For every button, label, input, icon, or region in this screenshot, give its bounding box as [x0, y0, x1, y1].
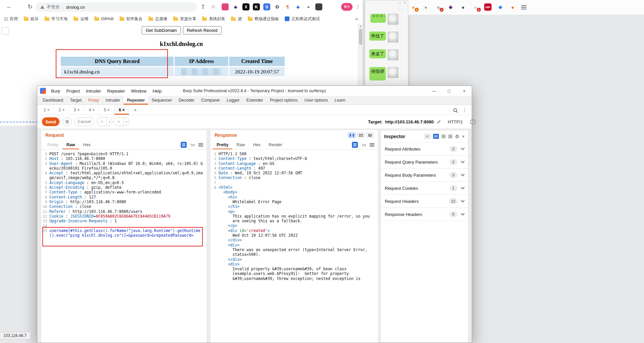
chat-minimize-icon[interactable]: ─	[399, 1, 401, 4]
repeater-tab-3[interactable]: 3 ×	[69, 105, 84, 115]
collapse-all-icon[interactable]	[448, 135, 452, 138]
pretty-print-icon[interactable]	[181, 142, 187, 148]
response-pretty-tab[interactable]: Pretty	[213, 140, 232, 149]
extension-icon-dark-round[interactable]: ●	[459, 3, 467, 11]
profile-avatar[interactable]: 黄月	[341, 3, 353, 11]
bookmark-item[interactable]: GitHub	[94, 16, 113, 21]
editor-menu-icon[interactable]	[198, 143, 203, 147]
repeater-tab-5[interactable]: 5 ×	[99, 105, 114, 115]
bookmark-item[interactable]: 学习天地	[45, 16, 67, 22]
extension-icon-purple-diamond[interactable]: ◆	[447, 3, 454, 11]
newline-toggle[interactable]: \n	[190, 143, 195, 147]
close-button[interactable]: ×	[457, 86, 472, 96]
inspector-section[interactable]: Request Attributes2	[381, 142, 468, 156]
menu-hamburger-icon[interactable]	[521, 5, 526, 9]
bookmark-item[interactable]: 志愿者	[148, 16, 167, 22]
inspector-section[interactable]: Request Body Parameters3	[381, 169, 468, 182]
extension-icon-ring[interactable]: O	[274, 3, 281, 10]
chat-more-icon[interactable]: ···	[399, 7, 405, 12]
address-bar[interactable]: 不安全 dnslog.cn	[36, 2, 197, 12]
more-options-icon[interactable]: ⋮	[462, 107, 467, 113]
minimize-button[interactable]: ─	[426, 86, 442, 96]
inspector-settings-icon[interactable]: ⚙	[455, 134, 459, 139]
inspector-dock-left-icon[interactable]	[425, 134, 430, 139]
pretty-print-icon[interactable]	[352, 142, 358, 148]
extension-icon-purple-diamond[interactable]: ◆	[232, 3, 239, 10]
bookmark-item[interactable]: 应用	[4, 16, 18, 22]
response-raw-tab[interactable]: Raw	[232, 140, 249, 149]
tab-comparer[interactable]: Comparer	[198, 96, 223, 105]
forward-dropdown-icon[interactable]: ▾	[124, 118, 129, 126]
edit-target-icon[interactable]	[436, 119, 441, 124]
bookmark-item[interactable]: 资源分享	[173, 16, 196, 22]
bookmark-item[interactable]: 系统封装	[202, 16, 225, 22]
tab-sequencer[interactable]: Sequencer	[148, 96, 175, 105]
tab-target[interactable]: Target	[66, 96, 85, 105]
next-request-button[interactable]: >▾	[114, 117, 129, 126]
request-pretty-tab[interactable]: Pretty	[43, 140, 62, 149]
bookmark-item[interactable]: 软件集合	[120, 16, 142, 22]
layout-columns-button[interactable]	[348, 132, 356, 138]
menu-intruder[interactable]: Intruder	[83, 89, 104, 94]
menu-help[interactable]: Help	[149, 89, 165, 94]
extension-icon-flame[interactable]: ●	[509, 3, 516, 11]
tab-dashboard[interactable]: Dashboard	[39, 96, 66, 105]
layout-rows-button[interactable]	[357, 132, 365, 138]
bookmark-item[interactable]: 靶场通过指南	[248, 16, 279, 22]
bookmark-item[interactable]: 源	[231, 16, 242, 22]
scroll-up-icon[interactable]: ▲	[358, 23, 363, 28]
settings-gear-icon[interactable]: ⚙	[63, 117, 72, 126]
extension-icon-blue-diamond[interactable]: ◆	[294, 3, 302, 10]
inspector-section[interactable]: Request Headers12	[381, 195, 468, 208]
menu-project[interactable]: Project	[63, 89, 83, 94]
extension-icon-k[interactable]: K	[253, 3, 260, 10]
inspector-dock-right-icon[interactable]	[433, 134, 439, 139]
send-button[interactable]: Send	[42, 117, 59, 126]
tab-user-options[interactable]: User options	[301, 96, 331, 105]
request-hex-tab[interactable]: Hex	[79, 140, 94, 149]
layout-single-button[interactable]	[366, 132, 374, 138]
tab-learn[interactable]: Learn	[331, 96, 349, 105]
bookmark-item[interactable]: 娱乐	[24, 16, 39, 22]
tab-project-options[interactable]: Project options	[267, 96, 301, 105]
menu-repeater[interactable]: Repeater	[104, 89, 128, 94]
back-arrow[interactable]: <	[97, 118, 107, 126]
extension-icon-grey[interactable]: ●	[305, 3, 312, 10]
response-hex-tab[interactable]: Hex	[249, 140, 264, 149]
extension-icon-red-badge1[interactable]: ●1	[472, 3, 479, 11]
extension-icon-yellow-badge[interactable]: ●1	[410, 3, 417, 11]
tab-logger[interactable]: Logger	[223, 96, 243, 105]
tab-proxy[interactable]: Proxy	[85, 96, 102, 105]
reload-icon[interactable]: ↻	[28, 3, 33, 10]
extension-icon-x[interactable]: X	[242, 3, 249, 10]
new-tab-button[interactable]: +	[129, 105, 141, 115]
extension-icon-orange[interactable]: ¶	[284, 3, 291, 10]
search-icon[interactable]	[453, 108, 457, 112]
maximize-button[interactable]: □	[442, 86, 457, 96]
menu-window[interactable]: Window	[128, 89, 149, 94]
newline-toggle[interactable]: \n	[362, 143, 366, 147]
bookmark-item[interactable]: 运维	[74, 16, 88, 22]
editor-menu-icon[interactable]	[370, 143, 374, 147]
request-raw-tab[interactable]: Raw	[62, 140, 79, 149]
inspector-close-icon[interactable]: ×	[462, 134, 465, 139]
share-icon[interactable]: ↥	[201, 3, 205, 10]
request-editor[interactable]: 1POST /users ?page=&size=5 HTTP/1.12Host…	[41, 150, 206, 343]
expand-all-icon[interactable]	[442, 135, 446, 138]
inspector-section[interactable]: Request Query Parameters2	[381, 156, 468, 169]
tab-intruder[interactable]: Intruder	[102, 96, 124, 105]
response-render-tab[interactable]: Render	[265, 140, 286, 149]
tab-repeater[interactable]: Repeater	[124, 96, 148, 105]
back-icon[interactable]: ←	[6, 3, 12, 10]
tab-extender[interactable]: Extender	[243, 96, 267, 105]
repeater-tab-4[interactable]: 4 ×	[84, 105, 99, 115]
extension-icon-red-badge2[interactable]: ■2	[434, 3, 442, 11]
repeater-tab-6[interactable]: 6 ×	[114, 105, 130, 115]
scrollbar-thumb[interactable]	[359, 29, 362, 45]
extension-icon-s[interactable]: S	[263, 3, 270, 10]
forward-arrow[interactable]: >	[114, 118, 124, 126]
refresh-record-button[interactable]: Refresh Record	[183, 26, 222, 35]
help-icon[interactable]: ?	[470, 119, 476, 125]
extension-icon-dark[interactable]	[315, 3, 322, 10]
inspector-section[interactable]: Request Cookies1	[381, 182, 468, 195]
